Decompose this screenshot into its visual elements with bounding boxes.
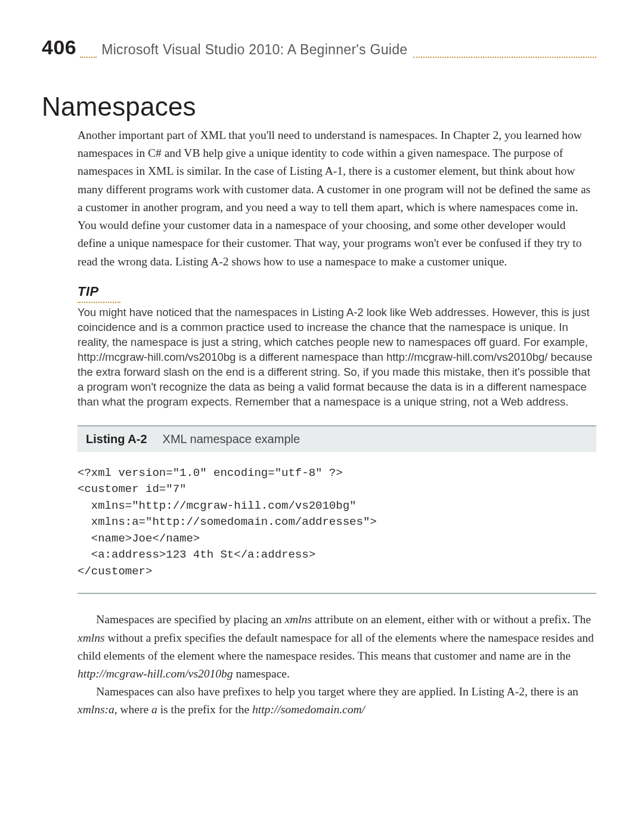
listing-caption: XML namespace example	[163, 432, 301, 445]
intro-paragraph: Another important part of XML that you'l…	[78, 126, 596, 271]
listing-label: Listing A-2	[86, 432, 147, 445]
italic-xmlns-1: xmlns	[284, 613, 312, 626]
text-run: is the prefix for the	[157, 703, 252, 716]
tip-label: TIP	[78, 284, 596, 299]
tip-underline-dots	[78, 302, 120, 303]
text-run: without a prefix specifies the default n…	[78, 632, 594, 662]
italic-namespace-url-2: http://somedomain.com/	[252, 703, 365, 716]
code-listing: <?xml version="1.0" encoding="utf-8" ?> …	[78, 465, 596, 580]
post-paragraph-1: Namespaces are specified by placing an x…	[78, 611, 596, 683]
post-code-paragraphs: Namespaces are specified by placing an x…	[78, 611, 596, 719]
text-run: where	[117, 703, 151, 716]
divider-dots-right	[413, 57, 596, 58]
text-run: Namespaces are specified by placing an	[96, 613, 284, 626]
section-heading: Namespaces	[42, 92, 596, 122]
running-head: 406 Microsoft Visual Studio 2010: A Begi…	[42, 36, 596, 59]
page: 406 Microsoft Visual Studio 2010: A Begi…	[0, 0, 644, 823]
italic-xmlns-a: xmlns:a,	[78, 703, 117, 716]
text-run: namespace.	[233, 667, 290, 680]
code-end-rule	[78, 593, 596, 594]
italic-namespace-url-1: http://mcgraw-hill.com/vs2010bg	[78, 667, 233, 680]
tip-text: You might have noticed that the namespac…	[78, 305, 596, 410]
italic-xmlns-2: xmlns	[78, 632, 105, 644]
divider-dots-left	[80, 57, 97, 58]
page-number: 406	[42, 36, 76, 59]
book-title: Microsoft Visual Studio 2010: A Beginner…	[101, 42, 407, 58]
italic-a: a	[151, 703, 157, 716]
post-paragraph-2: Namespaces can also have prefixes to hel…	[78, 683, 596, 719]
text-run: Namespaces can also have prefixes to hel…	[96, 685, 578, 698]
tip-block: TIP You might have noticed that the name…	[78, 284, 596, 410]
text-run: attribute on an element, either with or …	[312, 613, 591, 626]
listing-header-bar: Listing A-2 XML namespace example	[78, 425, 596, 452]
content-region: Namespaces Another important part of XML…	[78, 92, 596, 719]
